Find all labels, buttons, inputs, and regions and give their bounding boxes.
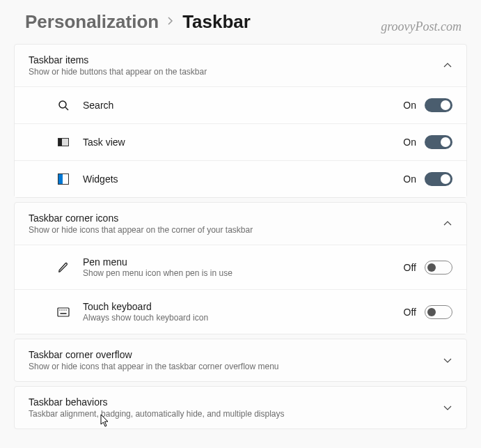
toggle-state: On (403, 173, 416, 185)
item-label: Search (83, 100, 403, 111)
toggle-state: On (403, 100, 416, 111)
section-title: Taskbar items (29, 54, 443, 65)
section-title: Taskbar behaviors (29, 396, 443, 408)
search-icon (56, 98, 70, 112)
chevron-down-icon (443, 354, 452, 366)
svg-rect-2 (58, 308, 69, 316)
section-title: Taskbar corner icons (29, 213, 443, 224)
widgets-icon (56, 172, 70, 186)
item-pen-menu: Pen menu Show pen menu icon when pen is … (15, 245, 466, 289)
pen-icon (56, 261, 70, 275)
item-label: Task view (83, 137, 403, 148)
item-desc: Always show touch keyboard icon (83, 313, 404, 323)
section-behaviors: Taskbar behaviors Taskbar alignment, bad… (14, 386, 467, 429)
keyboard-icon (56, 305, 70, 319)
section-header-taskbar-items[interactable]: Taskbar items Show or hide buttons that … (15, 45, 466, 86)
section-subtitle: Taskbar alignment, badging, automaticall… (29, 409, 443, 419)
item-label: Pen menu (83, 256, 404, 268)
section-subtitle: Show or hide buttons that appear on the … (29, 67, 443, 77)
item-label: Widgets (83, 173, 403, 185)
section-corner-icons: Taskbar corner icons Show or hide icons … (14, 202, 467, 334)
toggle-taskview[interactable] (425, 135, 452, 149)
item-touch-keyboard: Touch keyboard Always show touch keyboar… (15, 289, 466, 334)
svg-line-1 (65, 107, 68, 110)
toggle-state: Off (404, 262, 416, 273)
section-taskbar-items: Taskbar items Show or hide buttons that … (14, 44, 467, 198)
item-taskview: Task view On (15, 123, 466, 160)
item-widgets: Widgets On (15, 160, 466, 197)
svg-point-0 (59, 101, 66, 108)
section-corner-overflow: Taskbar corner overflow Show or hide ico… (14, 339, 467, 382)
toggle-state: On (403, 137, 416, 148)
breadcrumb-current: Taskbar (182, 11, 251, 33)
watermark: groovyPost.com (381, 20, 462, 34)
breadcrumb-parent[interactable]: Personalization (25, 11, 159, 33)
item-label: Touch keyboard (83, 301, 404, 312)
item-desc: Show pen menu icon when pen is in use (83, 268, 404, 278)
toggle-state: Off (404, 307, 416, 318)
toggle-pen-menu[interactable] (425, 261, 452, 275)
chevron-right-icon (167, 16, 174, 29)
toggle-search[interactable] (425, 98, 452, 112)
taskview-icon (56, 135, 70, 149)
chevron-up-icon (443, 217, 452, 230)
section-subtitle: Show or hide icons that appear on the co… (29, 225, 443, 235)
toggle-widgets[interactable] (425, 172, 452, 186)
section-subtitle: Show or hide icons that appear in the ta… (29, 362, 443, 371)
section-header-corner-overflow[interactable]: Taskbar corner overflow Show or hide ico… (15, 339, 466, 381)
section-header-behaviors[interactable]: Taskbar behaviors Taskbar alignment, bad… (15, 387, 466, 428)
section-title: Taskbar corner overflow (29, 349, 443, 360)
section-header-corner-icons[interactable]: Taskbar corner icons Show or hide icons … (15, 203, 466, 245)
item-search: Search On (15, 86, 466, 123)
toggle-touch-keyboard[interactable] (425, 305, 452, 319)
chevron-up-icon (443, 59, 452, 72)
chevron-down-icon (443, 401, 452, 414)
